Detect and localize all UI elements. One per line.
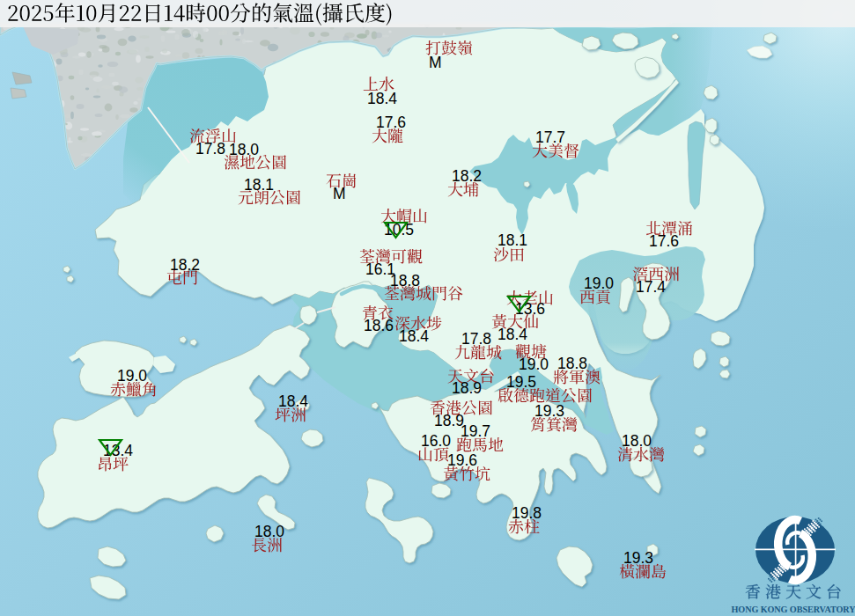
svg-text:17.6: 17.6 xyxy=(376,114,406,131)
svg-text:19.5: 19.5 xyxy=(506,373,536,391)
svg-text:18.4: 18.4 xyxy=(367,90,397,107)
svg-text:17.8: 17.8 xyxy=(461,330,491,348)
svg-text:17.4: 17.4 xyxy=(636,278,666,296)
svg-text:18.4: 18.4 xyxy=(399,327,429,345)
svg-text:19.0: 19.0 xyxy=(117,367,147,385)
svg-text:19.3: 19.3 xyxy=(623,549,653,567)
svg-text:18.0: 18.0 xyxy=(254,523,284,540)
svg-text:19.3: 19.3 xyxy=(534,402,564,420)
svg-text:18.9: 18.9 xyxy=(434,412,464,429)
svg-text:19.6: 19.6 xyxy=(447,451,477,469)
svg-text:10.5: 10.5 xyxy=(384,221,414,238)
svg-text:17.6: 17.6 xyxy=(649,232,679,250)
svg-text:HONG KONG OBSERVATORY: HONG KONG OBSERVATORY xyxy=(732,605,855,614)
svg-text:19.8: 19.8 xyxy=(512,504,542,522)
svg-text:18.8: 18.8 xyxy=(557,355,587,372)
svg-text:18.8: 18.8 xyxy=(390,272,420,290)
svg-text:18.2: 18.2 xyxy=(170,256,200,274)
svg-text:18.4: 18.4 xyxy=(278,392,308,410)
svg-text:17.8: 17.8 xyxy=(195,140,225,158)
svg-text:17.7: 17.7 xyxy=(535,128,565,146)
svg-text:16.0: 16.0 xyxy=(421,432,451,450)
svg-text:18.2: 18.2 xyxy=(452,167,482,185)
svg-text:19.0: 19.0 xyxy=(584,275,614,292)
svg-text:18.6: 18.6 xyxy=(364,317,394,334)
svg-text:18.1: 18.1 xyxy=(244,176,274,194)
svg-text:18.4: 18.4 xyxy=(498,326,527,343)
svg-text:19.0: 19.0 xyxy=(519,356,549,373)
svg-text:18.0: 18.0 xyxy=(622,432,652,450)
svg-text:13.6: 13.6 xyxy=(515,300,545,318)
svg-text:18.9: 18.9 xyxy=(452,379,482,397)
svg-text:18.1: 18.1 xyxy=(498,231,527,249)
svg-text:19.7: 19.7 xyxy=(461,422,490,440)
svg-text:M: M xyxy=(429,54,442,71)
svg-text:M: M xyxy=(333,185,346,202)
svg-text:18.0: 18.0 xyxy=(229,141,259,158)
